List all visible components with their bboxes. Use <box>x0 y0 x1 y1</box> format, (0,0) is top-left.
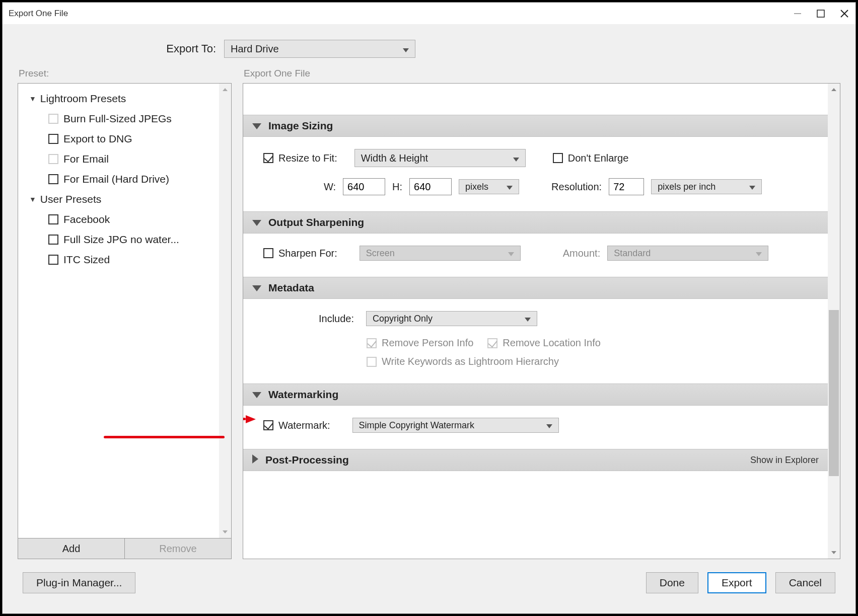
cancel-button[interactable]: Cancel <box>775 572 835 593</box>
remove-button[interactable]: Remove <box>125 538 231 559</box>
checkbox-icon[interactable] <box>48 214 58 224</box>
dont-enlarge-label: Don't Enlarge <box>568 152 629 164</box>
minimize-icon[interactable] <box>793 9 802 18</box>
checkbox-icon <box>487 338 497 348</box>
watermark-dropdown[interactable]: Simple Copyright Watermark <box>352 418 559 433</box>
section-title: Image Sizing <box>268 120 333 132</box>
collapse-icon <box>252 216 261 228</box>
preset-item[interactable]: For Email (Hard Drive) <box>21 169 228 189</box>
preset-item-label: Export to DNG <box>63 133 132 145</box>
height-input[interactable] <box>409 178 452 195</box>
section-header-metadata[interactable]: Metadata <box>243 277 828 299</box>
preset-item[interactable]: Full Size JPG no water... <box>21 229 228 250</box>
collapse-icon <box>252 120 261 132</box>
settings-label: Export One File <box>243 68 840 79</box>
collapse-icon <box>252 282 261 294</box>
checkbox-icon[interactable] <box>48 134 58 144</box>
resolution-input[interactable] <box>609 178 644 195</box>
checkbox-icon[interactable] <box>48 235 58 245</box>
show-in-explorer-link[interactable]: Show in Explorer <box>750 455 819 466</box>
settings-panel: Image Sizing Resize to Fit: Width & Heig… <box>243 83 840 559</box>
annotation-arrow-tip <box>246 415 256 423</box>
preset-item[interactable]: Burn Full-Sized JPEGs <box>21 109 228 129</box>
dialog-body: Export To: Hard Drive Preset: ▼ Lightroo… <box>3 25 855 613</box>
watermark-label: Watermark: <box>278 420 330 431</box>
preset-scrollbar[interactable] <box>219 84 231 538</box>
width-input[interactable] <box>343 178 385 195</box>
section-header-sharpening[interactable]: Output Sharpening <box>243 211 828 234</box>
section-header-image-sizing[interactable]: Image Sizing <box>243 115 828 137</box>
preset-buttons: Add Remove <box>18 538 232 559</box>
amount-dropdown[interactable]: Standard <box>607 246 768 261</box>
checkbox-icon <box>263 248 273 258</box>
add-button[interactable]: Add <box>18 538 125 559</box>
sharpen-for-dropdown[interactable]: Screen <box>360 246 521 261</box>
checkbox-icon[interactable] <box>48 255 58 265</box>
checkbox-icon <box>367 357 377 367</box>
preset-group-lightroom[interactable]: ▼ Lightroom Presets <box>21 89 228 109</box>
chevron-down-icon <box>513 314 531 324</box>
chevron-down-icon <box>744 248 762 259</box>
remove-person-label: Remove Person Info <box>382 337 473 349</box>
write-keywords-label: Write Keywords as Lightroom Hierarchy <box>382 356 559 367</box>
unit-dropdown[interactable]: pixels <box>459 179 519 194</box>
preset-group-label: Lightroom Presets <box>40 93 126 105</box>
resize-mode-dropdown[interactable]: Width & Height <box>354 149 526 167</box>
section-body-metadata: Include: Copyright Only Remove Person In… <box>243 299 828 383</box>
remove-person-checkbox: Remove Person Info <box>367 337 473 349</box>
include-label: Include: <box>319 313 354 325</box>
resolution-unit-dropdown[interactable]: pixels per inch <box>651 179 762 194</box>
export-to-value: Hard Drive <box>231 43 391 55</box>
close-icon[interactable] <box>839 9 849 19</box>
checkbox-icon <box>263 420 273 430</box>
svg-marker-5 <box>223 530 228 533</box>
export-to-row: Export To: Hard Drive <box>3 25 855 68</box>
collapse-icon: ▼ <box>29 195 36 203</box>
include-value: Copyright Only <box>373 314 513 324</box>
preset-group-user[interactable]: ▼ User Presets <box>21 189 228 209</box>
include-dropdown[interactable]: Copyright Only <box>366 311 537 326</box>
section-title: Watermarking <box>268 389 338 401</box>
preset-item[interactable]: For Email <box>21 149 228 169</box>
scroll-down-icon[interactable] <box>828 547 840 559</box>
collapse-icon: ▼ <box>29 95 36 103</box>
preset-item[interactable]: Export to DNG <box>21 129 228 149</box>
svg-marker-6 <box>831 88 836 91</box>
section-title: Post-Processing <box>265 454 349 466</box>
section-title: Metadata <box>268 282 314 294</box>
scroll-up-icon[interactable] <box>828 84 840 96</box>
sharpen-for-checkbox[interactable]: Sharpen For: <box>263 248 337 259</box>
checkbox-icon[interactable] <box>48 114 58 124</box>
plugin-manager-button[interactable]: Plug-in Manager... <box>23 572 135 593</box>
export-button[interactable]: Export <box>707 572 766 593</box>
watermark-value: Simple Copyright Watermark <box>359 420 534 431</box>
window-title: Export One File <box>9 9 68 19</box>
preset-group-label: User Presets <box>40 193 101 205</box>
export-dialog: Export One File Export To: Hard Drive Pr… <box>2 2 856 614</box>
resolution-label: Resolution: <box>551 181 602 193</box>
amount-label: Amount: <box>563 248 600 259</box>
checkbox-icon[interactable] <box>48 174 58 184</box>
chevron-down-icon <box>534 420 552 431</box>
preset-item-label: Facebook <box>63 213 110 225</box>
section-header-post-processing[interactable]: Post-Processing Show in Explorer <box>243 449 828 471</box>
settings-scrollbar[interactable] <box>828 84 840 559</box>
section-header-watermarking[interactable]: Watermarking <box>243 383 828 406</box>
done-button[interactable]: Done <box>646 572 698 593</box>
dont-enlarge-checkbox[interactable]: Don't Enlarge <box>553 152 629 164</box>
expand-icon <box>252 454 258 466</box>
resize-to-fit-checkbox[interactable]: Resize to Fit: <box>263 152 337 164</box>
maximize-icon[interactable] <box>816 9 825 18</box>
preset-item-label: ITC Sized <box>63 254 110 266</box>
scroll-up-icon[interactable] <box>219 84 231 96</box>
export-to-dropdown[interactable]: Hard Drive <box>224 40 415 58</box>
watermark-checkbox[interactable]: Watermark: <box>263 420 330 431</box>
scrollbar-thumb[interactable] <box>829 310 839 476</box>
export-to-label: Export To: <box>3 42 224 55</box>
h-label: H: <box>392 181 402 193</box>
checkbox-icon[interactable] <box>48 154 58 164</box>
preset-item[interactable]: Facebook <box>21 209 228 229</box>
preset-item[interactable]: ITC Sized <box>21 250 228 270</box>
scroll-down-icon[interactable] <box>219 526 231 538</box>
svg-marker-7 <box>831 551 836 554</box>
